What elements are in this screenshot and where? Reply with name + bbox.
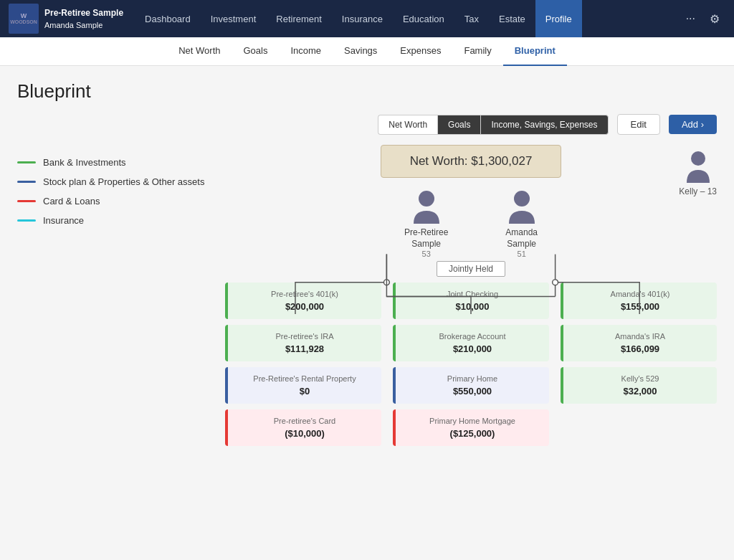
nav-items: Dashboard Investment Retirement Insuranc…: [135, 0, 680, 37]
logo-area: W WOODSON Pre-Retiree Sample Amanda Samp…: [9, 4, 123, 34]
account-name: Amanda's IRA: [572, 332, 708, 341]
legend-line-red: [17, 200, 36, 202]
subnav-expenses[interactable]: Expenses: [389, 37, 452, 66]
account-value: $550,000: [404, 386, 540, 397]
account-value: $166,099: [572, 343, 708, 354]
account-value: $210,000: [404, 343, 540, 354]
legend-line-green: [17, 161, 36, 163]
accounts-col-left: Pre-retiree's 401(k) $200,000 Pre-retire…: [225, 283, 381, 446]
svg-point-2: [514, 191, 530, 207]
account-amanda-401k: Amanda's 401(k) $155,000: [561, 283, 717, 319]
diagram-panel: Net Worth Goals Income, Savings, Expense…: [225, 114, 717, 446]
account-name: Primary Home Mortgage: [404, 417, 540, 425]
account-name: Pre-retiree's Card: [237, 417, 373, 425]
account-value: ($10,000): [237, 428, 373, 439]
account-preretiree-401k: Pre-retiree's 401(k) $200,000: [225, 283, 381, 319]
logo-box: W WOODSON: [9, 4, 39, 34]
nav-icons: ··· ⚙: [680, 9, 725, 29]
account-value: $10,000: [404, 301, 540, 312]
amanda-age: 51: [505, 250, 538, 258]
account-value: $111,928: [237, 343, 373, 354]
account-amanda-ira: Amanda's IRA $166,099: [561, 325, 717, 361]
nav-estate[interactable]: Estate: [489, 0, 535, 37]
client-sub: Amanda Sample: [44, 19, 123, 32]
tab-bar: Net Worth Goals Income, Savings, Expense…: [378, 115, 608, 135]
account-primary-home: Primary Home $550,000: [393, 367, 549, 404]
account-value: ($125,000): [404, 428, 540, 439]
accounts-col-center: Joint Checking $10,000 Brokerage Account…: [393, 283, 549, 446]
account-preretiree-card: Pre-retiree's Card ($10,000): [225, 409, 381, 446]
add-button[interactable]: Add ›: [669, 115, 717, 134]
amanda-name: AmandaSample: [505, 227, 538, 250]
tab-income-savings[interactable]: Income, Savings, Expenses: [480, 115, 608, 135]
account-preretiree-ira: Pre-retiree's IRA $111,928: [225, 325, 381, 361]
svg-point-1: [419, 191, 434, 207]
legend-panel: Bank & Investments Stock plan & Properti…: [17, 114, 225, 446]
account-joint-checking: Joint Checking $10,000: [393, 283, 549, 319]
legend-item-stock: Stock plan & Properties & Other assets: [17, 176, 225, 187]
account-name: Joint Checking: [404, 290, 540, 298]
legend-label-insurance: Insurance: [43, 215, 84, 226]
legend-item-bank: Bank & Investments: [17, 157, 225, 168]
subnav-networth[interactable]: Net Worth: [167, 37, 232, 66]
jointly-held-label: Jointly Held: [225, 261, 717, 277]
nav-tax[interactable]: Tax: [454, 0, 489, 37]
main-content: Blueprint Bank & Investments Stock plan …: [0, 66, 734, 560]
settings-icon[interactable]: ⚙: [704, 9, 725, 29]
preretiree-avatar: [411, 189, 442, 224]
sub-nav: Net Worth Goals Income Savings Expenses …: [0, 37, 734, 66]
accounts-grid: Pre-retiree's 401(k) $200,000 Pre-retire…: [225, 283, 717, 446]
account-value: $200,000: [237, 301, 373, 312]
kelly-avatar: [684, 150, 712, 183]
legend-label-stock: Stock plan & Properties & Other assets: [43, 176, 204, 187]
amanda-avatar: [506, 189, 538, 224]
logo-text: Pre-Retiree Sample Amanda Sample: [44, 6, 123, 32]
subnav-savings[interactable]: Savings: [333, 37, 389, 66]
legend-item-card: Card & Loans: [17, 196, 225, 207]
tab-goals[interactable]: Goals: [437, 115, 480, 135]
account-value: $32,000: [572, 386, 708, 397]
account-name: Brokerage Account: [404, 332, 540, 341]
subnav-goals[interactable]: Goals: [232, 37, 279, 66]
top-nav: W WOODSON Pre-Retiree Sample Amanda Samp…: [0, 0, 734, 37]
account-value: $0: [237, 386, 373, 397]
subnav-blueprint[interactable]: Blueprint: [503, 37, 567, 66]
nav-dashboard[interactable]: Dashboard: [135, 0, 201, 37]
account-kelly-529: Kelly's 529 $32,000: [561, 367, 717, 404]
legend-label-bank: Bank & Investments: [43, 157, 126, 168]
accounts-col-right: Amanda's 401(k) $155,000 Amanda's IRA $1…: [561, 283, 717, 446]
client-name: Pre-Retiree Sample: [44, 6, 123, 19]
account-name: Pre-Retiree's Rental Property: [237, 374, 373, 383]
nav-insurance[interactable]: Insurance: [332, 0, 393, 37]
legend-line-blue: [17, 181, 36, 183]
nav-retirement[interactable]: Retirement: [266, 0, 332, 37]
account-value: $155,000: [572, 301, 708, 312]
account-brokerage: Brokerage Account $210,000: [393, 325, 549, 361]
page-title: Blueprint: [17, 80, 717, 103]
nav-profile[interactable]: Profile: [535, 0, 582, 37]
subnav-family[interactable]: Family: [452, 37, 502, 66]
account-name: Primary Home: [404, 374, 540, 383]
nav-education[interactable]: Education: [393, 0, 454, 37]
legend-line-cyan: [17, 219, 36, 222]
person-amanda: AmandaSample 51: [505, 189, 538, 258]
account-name: Pre-retiree's IRA: [237, 332, 373, 341]
legend-item-insurance: Insurance: [17, 215, 225, 226]
account-name: Amanda's 401(k): [572, 290, 708, 298]
nav-investment[interactable]: Investment: [201, 0, 267, 37]
tab-networth[interactable]: Net Worth: [378, 115, 437, 135]
more-icon[interactable]: ···: [680, 9, 701, 28]
account-mortgage: Primary Home Mortgage ($125,000): [393, 409, 549, 446]
svg-point-0: [691, 151, 705, 166]
preretiree-name: Pre-RetireeSample: [404, 227, 448, 250]
account-name: Kelly's 529: [572, 374, 708, 383]
person-preretiree: Pre-RetireeSample 53: [404, 189, 448, 258]
account-name: Pre-retiree's 401(k): [237, 290, 373, 298]
preretiree-age: 53: [404, 250, 448, 258]
account-preretiree-rental: Pre-Retiree's Rental Property $0: [225, 367, 381, 404]
legend-label-card: Card & Loans: [43, 196, 100, 207]
subnav-income[interactable]: Income: [279, 37, 333, 66]
net-worth-box: Net Worth: $1,300,027: [381, 145, 562, 178]
edit-button[interactable]: Edit: [617, 114, 660, 135]
